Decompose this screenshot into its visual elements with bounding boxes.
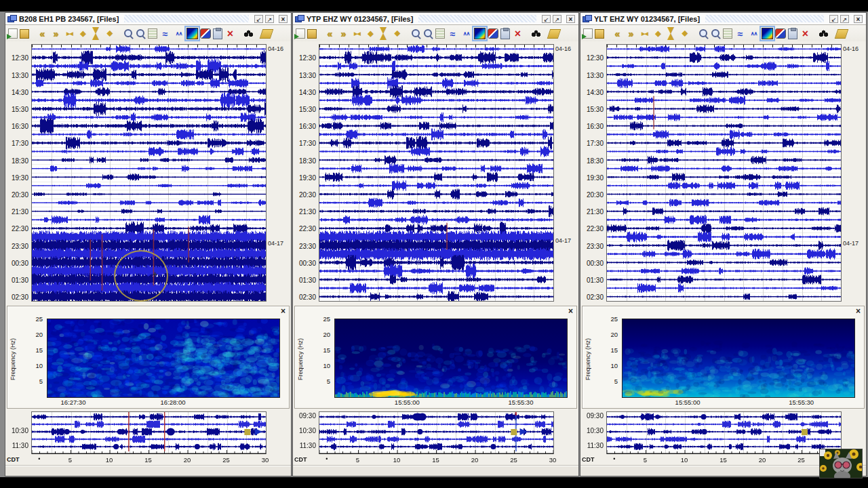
open-file-icon[interactable]: [583, 28, 593, 39]
save-file-icon[interactable]: [595, 29, 604, 39]
view-settings-icon[interactable]: [435, 28, 445, 39]
compress-time-icon[interactable]: ▶◀: [351, 28, 363, 39]
view-settings-icon[interactable]: [723, 28, 732, 39]
maximize-button[interactable]: ↗: [840, 15, 849, 23]
copy-to-clipboard-icon[interactable]: [213, 28, 222, 39]
scroll-forward-icon[interactable]: »: [50, 28, 62, 39]
save-file-icon[interactable]: [20, 29, 29, 39]
compress-time-icon[interactable]: ▶◀: [64, 28, 75, 39]
save-file-icon[interactable]: [307, 29, 317, 39]
tag-icon[interactable]: [835, 29, 849, 39]
bottom-letterbox-bar: [0, 477, 868, 488]
expand-amplitude-icon[interactable]: ◆: [392, 28, 403, 39]
maximize-button[interactable]: ↗: [265, 15, 274, 23]
expand-time-icon[interactable]: ◆: [77, 28, 89, 39]
compress-amplitude-icon[interactable]: ▶◀: [666, 28, 677, 39]
axis-dot: •: [38, 455, 40, 462]
window-titlebar[interactable]: B208 EH1 PB 234567, [Files] ↙↗×: [5, 13, 291, 25]
compress-amplitude-icon[interactable]: ▶◀: [378, 28, 390, 39]
restore-button[interactable]: ↙: [829, 15, 838, 23]
spectrogram-plot[interactable]: [334, 319, 568, 398]
restore-button[interactable]: ↙: [542, 15, 551, 23]
spectra-view-icon[interactable]: ∧∧: [748, 28, 760, 39]
freq-tick-label: 10: [26, 362, 43, 369]
compress-time-icon[interactable]: ▶◀: [639, 28, 650, 39]
view-settings-icon[interactable]: [148, 28, 157, 39]
tag-icon[interactable]: [547, 29, 561, 39]
phones-icon[interactable]: [818, 30, 829, 37]
wave-strip-plot[interactable]: [31, 411, 267, 454]
particle-motion-view-icon[interactable]: [775, 28, 786, 39]
compress-amplitude-icon[interactable]: ▶◀: [91, 28, 102, 39]
axis-dot: •: [613, 455, 615, 462]
scroll-back-icon[interactable]: «: [37, 28, 48, 39]
zoom-in-icon[interactable]: +: [698, 28, 709, 39]
remove-wave-icon[interactable]: ×: [224, 28, 236, 39]
spec-time-label: 15:55:30: [508, 399, 543, 406]
titlebar-texture: [124, 15, 249, 22]
helicorder-plot[interactable]: [606, 44, 842, 302]
freq-tick-label: 25: [601, 315, 618, 323]
tag-icon[interactable]: [260, 29, 274, 39]
scroll-back-icon[interactable]: «: [612, 28, 623, 39]
window-titlebar[interactable]: YTP EHZ WY 01234567, [Files] ↙↗×: [293, 13, 578, 25]
copy-to-clipboard-icon[interactable]: [788, 28, 797, 39]
phones-icon[interactable]: [531, 30, 541, 37]
wave-strip-plot[interactable]: [606, 411, 842, 454]
strip-axis-label: 10: [104, 456, 115, 464]
copy-to-clipboard-icon[interactable]: [500, 28, 510, 39]
phones-icon[interactable]: [243, 30, 254, 37]
titlebar-texture: [418, 15, 536, 22]
time-label: 17:30: [293, 140, 316, 147]
helicorder-plot[interactable]: [319, 44, 554, 302]
scroll-back-icon[interactable]: «: [324, 28, 336, 39]
zoom-out-icon[interactable]: −: [136, 28, 146, 39]
time-label: 01:30: [293, 277, 316, 284]
wave-view-icon[interactable]: ≈: [447, 28, 458, 39]
time-label: 00:30: [580, 260, 604, 267]
time-label: 23:30: [293, 243, 316, 250]
expand-amplitude-icon[interactable]: ◆: [104, 28, 116, 39]
spec-time-label: 15:55:00: [395, 399, 430, 406]
spectrogram-plot[interactable]: [47, 319, 280, 398]
time-label: 02:30: [5, 293, 28, 301]
remove-wave-icon[interactable]: ×: [512, 28, 524, 39]
window-titlebar[interactable]: YLT EHZ WY 01234567, [Files] ↙↗×: [580, 13, 866, 25]
spectrogram-plot[interactable]: [622, 319, 855, 398]
spectra-view-icon[interactable]: ∧∧: [173, 28, 184, 39]
spectrogram-view-icon[interactable]: [186, 28, 198, 39]
restore-button[interactable]: ↙: [254, 15, 263, 23]
zoom-in-icon[interactable]: +: [411, 28, 421, 39]
expand-amplitude-icon[interactable]: ◆: [679, 28, 691, 39]
close-icon[interactable]: ×: [281, 306, 285, 316]
wave-view-icon[interactable]: ≈: [734, 28, 746, 39]
strip-axis-label: 20: [757, 456, 768, 464]
close-button[interactable]: ×: [854, 15, 863, 23]
remove-wave-icon[interactable]: ×: [800, 28, 811, 39]
scroll-forward-icon[interactable]: »: [338, 28, 349, 39]
expand-time-icon[interactable]: ◆: [365, 28, 376, 39]
zoom-out-icon[interactable]: −: [711, 28, 721, 39]
particle-motion-view-icon[interactable]: [488, 28, 498, 39]
zoom-in-icon[interactable]: +: [123, 28, 134, 39]
wave-strip-plot[interactable]: [319, 411, 554, 454]
spectra-view-icon[interactable]: ∧∧: [460, 28, 472, 39]
open-file-icon[interactable]: [296, 28, 305, 39]
scroll-forward-icon[interactable]: »: [625, 28, 637, 39]
window-title: YLT EHZ WY 01234567, [Files]: [594, 15, 700, 23]
time-label: 16:30: [293, 123, 316, 130]
close-button[interactable]: ×: [279, 15, 288, 23]
window-buttons: ↙↗×: [254, 15, 289, 23]
spectrogram-view-icon[interactable]: [474, 28, 486, 39]
expand-time-icon[interactable]: ◆: [652, 28, 664, 39]
open-file-icon[interactable]: [8, 28, 18, 39]
close-icon[interactable]: ×: [568, 306, 573, 316]
wave-view-icon[interactable]: ≈: [159, 28, 171, 39]
particle-motion-view-icon[interactable]: [200, 28, 211, 39]
close-button[interactable]: ×: [566, 15, 575, 23]
maximize-button[interactable]: ↗: [553, 15, 561, 23]
spectrogram-view-icon[interactable]: [762, 28, 773, 39]
zoom-out-icon[interactable]: −: [423, 28, 433, 39]
close-icon[interactable]: ×: [856, 306, 861, 316]
time-label: 23:30: [580, 243, 604, 250]
